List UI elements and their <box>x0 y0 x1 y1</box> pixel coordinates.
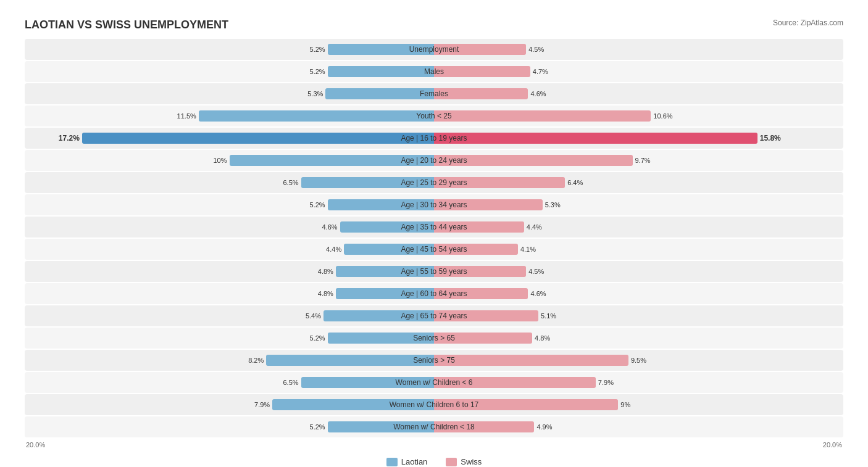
bar-row: Seniors > 758.2%9.5% <box>25 350 843 371</box>
val-swiss: 4.1% <box>520 246 536 253</box>
bar-row: Males5.2%4.7% <box>25 61 843 82</box>
val-laotian: 5.2% <box>310 334 325 342</box>
row-label: Age | 45 to 54 years <box>401 245 467 254</box>
legend-laotian: Laotian <box>386 457 428 466</box>
bar-row: Females5.3%4.6% <box>25 83 843 104</box>
row-label: Women w/ Children < 18 <box>393 423 475 431</box>
row-label: Youth < 25 <box>416 112 451 120</box>
bar-row: Age | 16 to 19 years17.2%15.8% <box>25 128 843 149</box>
chart-title: LAOTIAN VS SWISS UNEMPLOYMENT <box>25 19 228 31</box>
bar-laotian <box>328 66 434 77</box>
axis-labels: 20.0% 20.0% <box>25 441 843 448</box>
val-laotian: 11.5% <box>177 112 196 120</box>
axis-label-right: 20.0% <box>823 441 842 448</box>
row-label: Age | 55 to 59 years <box>401 267 467 276</box>
val-laotian: 6.5% <box>283 379 298 386</box>
legend-swiss: Swiss <box>446 457 482 466</box>
val-swiss: 4.5% <box>528 46 544 53</box>
bar-row: Age | 65 to 74 years5.4%5.1% <box>25 305 843 326</box>
val-swiss: 9.5% <box>631 357 646 364</box>
bar-row: Women w/ Children < 66.5%7.9% <box>25 372 843 393</box>
bar-row: Age | 60 to 64 years4.8%4.6% <box>25 283 843 304</box>
bar-swiss <box>434 110 651 122</box>
val-swiss: 4.5% <box>528 268 544 275</box>
bar-row: Unemployment5.2%4.5% <box>25 39 843 60</box>
bar-laotian <box>199 110 434 122</box>
val-laotian: 7.9% <box>254 401 270 408</box>
bar-laotian <box>325 88 434 99</box>
bar-row: Age | 35 to 44 years4.6%4.4% <box>25 217 843 238</box>
row-label: Women w/ Children 6 to 17 <box>390 400 479 409</box>
row-label: Females <box>420 89 448 98</box>
chart-header: LAOTIAN VS SWISS UNEMPLOYMENT Source: Zi… <box>25 19 843 31</box>
chart-area: Unemployment5.2%4.5%Males5.2%4.7%Females… <box>25 39 843 437</box>
row-label: Males <box>424 67 444 76</box>
row-label: Age | 60 to 64 years <box>401 289 467 298</box>
val-laotian: 4.8% <box>318 290 333 297</box>
row-label: Seniors > 65 <box>413 334 455 342</box>
val-swiss: 4.6% <box>530 290 546 297</box>
bar-row: Age | 25 to 29 years6.5%6.4% <box>25 172 843 193</box>
legend-swiss-box <box>446 458 457 466</box>
val-swiss: 4.4% <box>527 223 542 231</box>
legend-laotian-label: Laotian <box>401 457 428 466</box>
chart-container: LAOTIAN VS SWISS UNEMPLOYMENT Source: Zi… <box>12 12 856 467</box>
val-swiss: 7.9% <box>598 379 614 386</box>
val-laotian: 10% <box>214 157 227 164</box>
val-swiss: 9% <box>620 401 630 408</box>
bar-swiss <box>434 355 628 366</box>
bar-row: Women w/ Children < 185.2%4.9% <box>25 416 843 437</box>
row-label: Seniors > 75 <box>413 356 455 365</box>
val-swiss: 5.1% <box>541 312 556 320</box>
axis-label-left: 20.0% <box>26 441 45 448</box>
row-label: Age | 35 to 44 years <box>401 223 467 231</box>
val-laotian: 5.2% <box>310 201 325 209</box>
bar-row: Age | 55 to 59 years4.8%4.5% <box>25 261 843 282</box>
val-laotian: 5.2% <box>310 46 325 53</box>
row-label: Women w/ Children < 6 <box>396 378 473 387</box>
val-swiss: 10.6% <box>653 112 672 120</box>
legend-swiss-label: Swiss <box>461 457 482 466</box>
bar-row: Women w/ Children 6 to 177.9%9% <box>25 394 843 415</box>
val-swiss: 4.8% <box>535 334 550 342</box>
bar-swiss <box>434 66 530 77</box>
val-laotian: 8.2% <box>248 357 264 364</box>
val-swiss: 6.4% <box>567 179 583 186</box>
row-label: Age | 25 to 29 years <box>401 178 467 187</box>
val-swiss: 4.7% <box>533 68 548 75</box>
legend-laotian-box <box>386 458 398 466</box>
bar-row: Seniors > 655.2%4.8% <box>25 328 843 349</box>
row-label: Age | 20 to 24 years <box>401 156 467 165</box>
chart-source: Source: ZipAtlas.com <box>773 19 843 27</box>
val-swiss: 5.3% <box>545 201 561 209</box>
bar-laotian <box>82 133 434 144</box>
bar-row: Youth < 2511.5%10.6% <box>25 105 843 126</box>
val-laotian: 5.4% <box>306 312 321 320</box>
val-laotian: 5.3% <box>307 90 323 97</box>
row-label: Age | 65 to 74 years <box>401 312 467 320</box>
bar-laotian <box>266 355 434 366</box>
legend: Laotian Swiss <box>25 457 843 466</box>
row-label: Age | 16 to 19 years <box>401 134 467 143</box>
val-laotian: 17.2% <box>59 134 80 143</box>
val-swiss: 9.7% <box>635 157 651 164</box>
row-label: Unemployment <box>409 45 459 54</box>
val-laotian: 4.6% <box>322 223 337 231</box>
val-swiss: 4.9% <box>536 423 552 431</box>
val-laotian: 5.2% <box>310 68 325 75</box>
val-swiss: 4.6% <box>530 90 546 97</box>
val-laotian: 5.2% <box>310 423 325 431</box>
bar-row: Age | 20 to 24 years10%9.7% <box>25 150 843 171</box>
val-laotian: 6.5% <box>283 179 298 186</box>
bar-row: Age | 30 to 34 years5.2%5.3% <box>25 194 843 215</box>
bar-row: Age | 45 to 54 years4.4%4.1% <box>25 239 843 260</box>
val-laotian: 4.4% <box>326 246 341 253</box>
bar-swiss <box>434 133 757 144</box>
row-label: Age | 30 to 34 years <box>401 200 467 209</box>
val-laotian: 4.8% <box>318 268 333 275</box>
val-swiss: 15.8% <box>760 134 781 143</box>
